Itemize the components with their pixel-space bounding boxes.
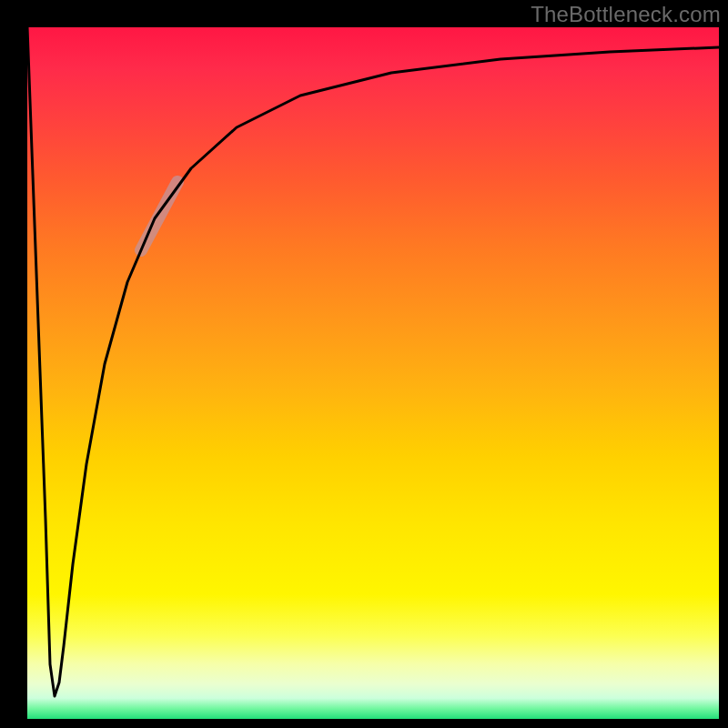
plot-area xyxy=(27,27,719,719)
curve-svg xyxy=(27,27,719,719)
bottleneck-curve xyxy=(27,27,719,696)
watermark-text: TheBottleneck.com xyxy=(531,2,721,27)
chart-frame: TheBottleneck.com xyxy=(0,0,728,728)
